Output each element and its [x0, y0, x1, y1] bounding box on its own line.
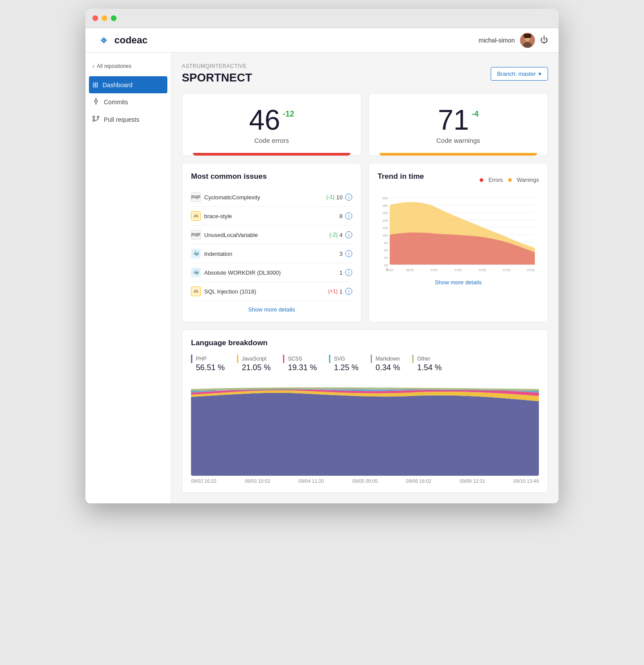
svg-text:160: 160 [382, 211, 388, 215]
lang-label-scss: SCSS [288, 356, 302, 362]
show-more-issues: Show more details [191, 305, 352, 313]
time-label-1: 09/03 10:02 [245, 478, 270, 484]
logo-icon [96, 32, 112, 48]
issue-delta: (-1) [326, 194, 335, 200]
svg-point-10 [97, 116, 99, 118]
titlebar [85, 9, 559, 28]
warnings-bar [379, 153, 537, 156]
sidebar-item-label-commits: Commits [104, 99, 128, 106]
time-label-0: 09/02 16:32 [191, 478, 216, 484]
trend-chart: 200 180 160 140 120 100 80 60 40 20 0 [378, 193, 539, 272]
lang-pct-other: 1.54 % [417, 363, 442, 372]
issue-icon-docker: 🐳 [191, 249, 201, 258]
info-icon[interactable]: i [345, 212, 352, 219]
metrics-row: 46 -12 Code errors 71 -4 Code warnings [182, 93, 548, 156]
issue-name: CyclomaticComplexity [204, 194, 326, 201]
issue-name: SQL Injection (1018) [204, 288, 328, 295]
code-errors-card: 46 -12 Code errors [182, 93, 361, 156]
app-window: codeac michal-simon ⏻ ‹ All repositories [85, 9, 559, 503]
errors-bar [193, 153, 350, 156]
svg-rect-4 [524, 34, 531, 38]
lang-label-php: PHP [196, 356, 207, 362]
minimize-button[interactable] [102, 15, 107, 21]
maximize-button[interactable] [111, 15, 117, 21]
issue-icon-php: PHP [191, 192, 201, 202]
issue-count: 8 [340, 213, 343, 219]
table-row: PHP UnusedLocalVariable (-2) 4 i [191, 226, 352, 244]
scss-color-indicator [283, 354, 284, 363]
errors-value-row: 46 -12 [193, 106, 350, 134]
list-item: PHP 56.51 % [191, 354, 225, 372]
lang-pct-svg: 1.25 % [334, 363, 358, 372]
svg-text:07/01: 07/01 [479, 268, 486, 272]
language-title: Language breakdown [191, 339, 539, 347]
main-content: ASTRUMQINTERACTIVE SPORTNECT Branch: mas… [171, 53, 559, 503]
branch-button[interactable]: Branch: master ▾ [491, 67, 548, 81]
info-icon[interactable]: i [345, 269, 352, 276]
list-item: Markdown 0.34 % [371, 354, 400, 372]
repo-org: ASTRUMQINTERACTIVE [182, 63, 252, 69]
md-color-indicator [371, 354, 372, 363]
info-icon[interactable]: i [345, 250, 352, 257]
errors-legend-dot [480, 178, 483, 182]
app-header: codeac michal-simon ⏻ [85, 28, 559, 53]
issue-icon-js: JS [191, 287, 201, 296]
back-link[interactable]: ‹ All repositories [85, 60, 171, 73]
repo-info: ASTRUMQINTERACTIVE SPORTNECT [182, 63, 252, 85]
svg-point-8 [93, 120, 95, 121]
time-label-4: 09/06 18:02 [406, 478, 432, 484]
info-icon[interactable]: i [345, 288, 352, 295]
language-legend: PHP 56.51 % JavaScript 21.05 % [191, 354, 539, 372]
info-icon[interactable]: i [345, 194, 352, 201]
issue-name: brace-style [204, 213, 340, 219]
lang-label-md: Markdown [375, 356, 400, 362]
sidebar-item-pull-requests[interactable]: Pull requests [85, 111, 171, 128]
svg-text:07/01: 07/01 [454, 268, 462, 272]
issue-name: Absolute WORKDIR (DL3000) [204, 269, 340, 276]
errors-number: 46 [249, 106, 280, 134]
list-item: JavaScript 21.05 % [237, 354, 271, 372]
table-row: 🐳 Absolute WORKDIR (DL3000) 1 i [191, 263, 352, 282]
logo[interactable]: codeac [96, 32, 148, 48]
app-body: ‹ All repositories ⊞ Dashboard Commits [85, 53, 559, 503]
close-button[interactable] [92, 15, 98, 21]
sidebar: ‹ All repositories ⊞ Dashboard Commits [85, 53, 171, 503]
svg-point-5 [95, 100, 97, 103]
svg-text:06/24: 06/24 [386, 268, 393, 272]
trend-card: Trend in time Errors Warnings [368, 163, 548, 322]
lang-pct-php: 56.51 % [196, 363, 225, 372]
time-labels: 09/02 16:32 09/03 10:02 09/04 11:20 09/0… [191, 478, 539, 484]
svg-text:07/28: 07/28 [527, 268, 534, 272]
show-more-trend-link[interactable]: Show more details [435, 279, 482, 286]
sidebar-item-commits[interactable]: Commits [85, 93, 171, 111]
svg-text:100: 100 [382, 233, 388, 237]
power-button[interactable]: ⏻ [540, 35, 548, 45]
errors-label: Code errors [193, 137, 350, 153]
show-more-issues-link[interactable]: Show more details [248, 306, 295, 313]
errors-delta: -12 [283, 106, 294, 119]
branch-chevron-icon: ▾ [538, 71, 541, 77]
content-row: Most common issues PHP CyclomaticComplex… [182, 163, 548, 322]
warnings-delta: -4 [472, 106, 479, 119]
time-label-2: 09/04 11:20 [298, 478, 324, 484]
time-label-6: 09/10 13:49 [513, 478, 539, 484]
issue-icon-docker: 🐳 [191, 268, 201, 277]
svg-color-indicator [329, 354, 330, 363]
info-icon[interactable]: i [345, 231, 352, 238]
errors-legend-label: Errors [488, 177, 503, 183]
js-color-indicator [237, 354, 238, 363]
warnings-value-row: 71 -4 [379, 106, 537, 134]
lang-name-scss: SCSS [283, 354, 317, 363]
issue-count: 1 [340, 288, 343, 295]
pull-requests-icon [92, 115, 99, 124]
warnings-number: 71 [438, 106, 469, 134]
issue-name: Indentation [204, 251, 340, 257]
issue-count: 3 [340, 251, 343, 257]
branch-label: Branch: master [497, 71, 536, 77]
language-card: Language breakdown PHP 56.51 % JavaScrip… [182, 329, 548, 493]
list-item: SVG 1.25 % [329, 354, 358, 372]
avatar [520, 33, 535, 48]
issue-count: 4 [340, 232, 343, 238]
username: michal-simon [479, 37, 515, 44]
sidebar-item-dashboard[interactable]: ⊞ Dashboard [89, 76, 167, 93]
